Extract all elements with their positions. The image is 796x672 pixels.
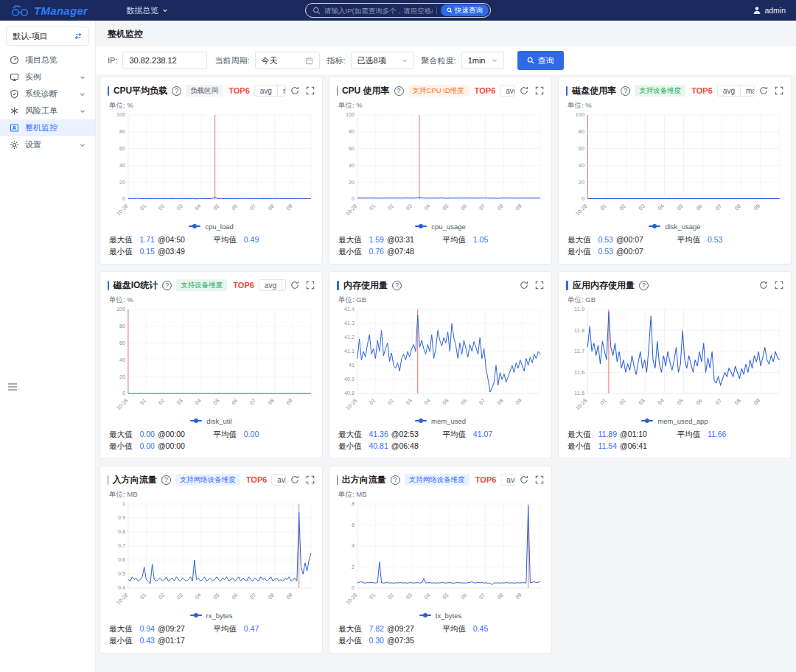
avg-option[interactable]: avg (259, 280, 282, 290)
period-picker[interactable]: 今天 (255, 52, 320, 69)
line-chart[interactable]: 10.90.80.70.60.50.410-280102030405060708… (108, 500, 315, 610)
avg-option[interactable]: avg (272, 475, 286, 485)
svg-text:07: 07 (714, 397, 723, 406)
username: admin (764, 6, 786, 15)
card-header: 应用内存使用量 ? (566, 278, 783, 293)
line-chart[interactable]: 41.441.341.241.14140.940.810-28010203040… (337, 305, 544, 416)
help-icon[interactable]: ? (162, 281, 172, 290)
nav-menu-data-overview[interactable]: 数据总览 (126, 5, 168, 16)
query-button[interactable]: 查询 (517, 51, 564, 70)
granularity-select[interactable]: 1min (461, 52, 504, 69)
agg-toggle[interactable]: avg max (500, 474, 515, 486)
agg-toggle[interactable]: avg max (717, 85, 755, 97)
svg-text:08: 08 (733, 397, 742, 406)
svg-text:03: 03 (175, 592, 184, 601)
agg-toggle[interactable]: avg max (259, 279, 286, 291)
fullscreen-icon[interactable] (306, 86, 315, 95)
svg-text:02: 02 (158, 398, 166, 406)
top6-label: TOP6 (246, 475, 268, 484)
chart-legend[interactable]: cpu_usage (337, 221, 544, 231)
line-chart[interactable]: 8642010-28010203040506070809 (337, 500, 544, 610)
fullscreen-icon[interactable] (535, 86, 544, 95)
refresh-icon[interactable] (759, 281, 768, 290)
sidebar-item-instances[interactable]: 实例 (0, 69, 95, 85)
global-search[interactable]: 快速查询 (305, 3, 491, 18)
unit-label: 单位: GB (568, 295, 783, 305)
fullscreen-icon[interactable] (535, 475, 544, 484)
brand[interactable]: TManager (10, 4, 88, 17)
monitor-user-icon (10, 123, 19, 133)
avg-option[interactable]: avg (718, 85, 740, 96)
project-selector[interactable]: 默认-项目 (6, 27, 89, 46)
line-chart[interactable]: 11.911.811.711.611.510-28010203040506070… (566, 305, 783, 416)
ip-input[interactable] (122, 52, 207, 69)
help-icon[interactable]: ? (639, 281, 649, 290)
svg-text:10-28: 10-28 (574, 397, 589, 411)
agg-toggle[interactable]: avg max (254, 85, 286, 97)
help-icon[interactable]: ? (172, 86, 181, 96)
user-menu[interactable]: admin (753, 6, 786, 15)
min-value: 40.81 (369, 441, 388, 450)
fullscreen-icon[interactable] (775, 86, 783, 95)
chart-legend[interactable]: tx_bytes (337, 610, 544, 620)
sidebar-item-settings[interactable]: 设置 (0, 136, 95, 153)
help-icon[interactable]: ? (392, 281, 402, 290)
sidebar-item-system-diagnosis[interactable]: 系统诊断 (0, 85, 95, 102)
legend-line-icon (415, 420, 427, 421)
unit-label: 单位: % (109, 101, 315, 111)
agg-toggle[interactable]: avg max (500, 85, 515, 97)
refresh-icon[interactable] (290, 475, 299, 484)
refresh-icon[interactable] (520, 86, 528, 95)
agg-toggle[interactable]: avg max (271, 474, 286, 486)
metric-select[interactable]: 已选8项 (351, 52, 414, 69)
svg-text:05: 05 (441, 592, 450, 601)
avg-option[interactable]: avg (255, 85, 277, 96)
svg-text:04: 04 (423, 592, 431, 601)
quick-search-button[interactable]: 快速查询 (441, 4, 489, 16)
global-search-input[interactable] (324, 7, 433, 15)
line-chart[interactable]: 10080604020010-28010203040506070809 (337, 111, 544, 221)
chart-legend[interactable]: mem_used_app (566, 416, 783, 426)
help-icon[interactable]: ? (394, 86, 404, 96)
chart-legend[interactable]: disk_util (108, 416, 315, 426)
help-icon[interactable]: ? (161, 475, 171, 485)
line-chart[interactable]: 10080604020010-28010203040506070809 (108, 111, 315, 221)
svg-text:02: 02 (387, 203, 395, 211)
line-chart[interactable]: 10080604020010-28010203040506070809 (566, 111, 783, 221)
fullscreen-icon[interactable] (535, 281, 544, 290)
sidebar-item-project-overview[interactable]: 项目总览 (0, 52, 95, 69)
fullscreen-icon[interactable] (775, 281, 783, 290)
fullscreen-icon[interactable] (306, 281, 315, 290)
min-time: @00:07 (616, 247, 643, 256)
svg-text:06: 06 (695, 203, 704, 211)
top-navbar: TManager 数据总览 快速查询 admin (0, 0, 796, 21)
help-icon[interactable]: ? (391, 475, 400, 485)
svg-text:08: 08 (268, 592, 276, 601)
max-option[interactable]: max (740, 85, 755, 96)
avg-option[interactable]: avg (501, 475, 515, 485)
avg-option[interactable]: avg (500, 85, 515, 96)
chart-legend[interactable]: rx_bytes (108, 610, 315, 620)
refresh-icon[interactable] (520, 475, 528, 484)
max-option[interactable]: max (282, 280, 286, 290)
line-chart[interactable]: 10080604020010-28010203040506070809 (108, 305, 315, 416)
switch-project-icon[interactable] (74, 32, 83, 40)
min-label: 最小值 (109, 247, 133, 256)
sidebar-item-host-monitoring[interactable]: 整机监控 (0, 119, 95, 136)
refresh-icon[interactable] (520, 281, 528, 290)
sidebar-collapse-icon[interactable] (7, 383, 18, 391)
chart-legend[interactable]: disk_usage (566, 221, 783, 231)
fullscreen-icon[interactable] (306, 475, 315, 484)
chart-legend[interactable]: mem_used (337, 416, 544, 426)
max-option[interactable]: max (277, 85, 286, 96)
unit-label: 单位: MB (109, 490, 315, 500)
svg-text:01: 01 (369, 203, 377, 211)
refresh-icon[interactable] (290, 281, 299, 290)
chart-legend[interactable]: cpu_load (108, 221, 315, 231)
max-label: 最大值 (568, 430, 591, 438)
refresh-icon[interactable] (759, 86, 768, 95)
refresh-icon[interactable] (290, 86, 299, 95)
sidebar-item-risk-tickets[interactable]: 风险工单 (0, 102, 95, 119)
svg-text:0: 0 (582, 196, 584, 203)
help-icon[interactable]: ? (621, 86, 630, 96)
